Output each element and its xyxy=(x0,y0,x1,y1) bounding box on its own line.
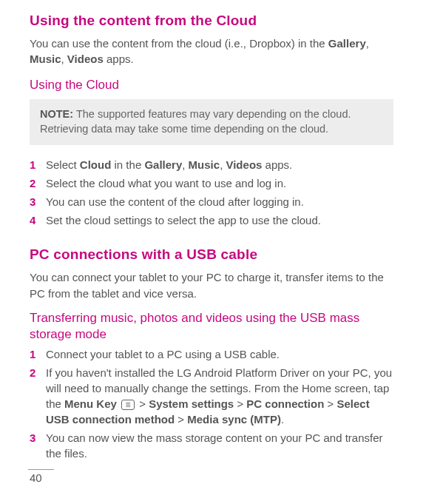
music-label: Music xyxy=(189,158,220,171)
videos-label: Videos xyxy=(226,158,262,171)
gallery-label: Gallery xyxy=(328,37,366,50)
text: Connect your tablet to a PC using a USB … xyxy=(46,348,280,360)
page-number: 40 xyxy=(30,470,42,486)
list-item: 2 If you haven't installed the LG Androi… xyxy=(30,365,393,427)
text: in the xyxy=(111,158,144,171)
intro-pc-connections: You can connect your tablet to your PC t… xyxy=(30,269,393,302)
text: , xyxy=(61,53,67,65)
list-item: 1 Connect your tablet to a PC using a US… xyxy=(30,346,393,362)
text: You can use the content from the cloud (… xyxy=(30,37,328,50)
subheading-usb-mass-storage: Transferring music, photos and videos us… xyxy=(30,310,393,343)
pc-connection-label: PC connection xyxy=(246,397,324,410)
system-settings-label: System settings xyxy=(149,397,234,410)
text: , xyxy=(182,158,188,171)
list-item: 1 Select Cloud in the Gallery, Music, Vi… xyxy=(30,157,393,172)
subheading-using-cloud: Using the Cloud xyxy=(30,76,393,95)
heading-cloud-content: Using the content from the Cloud xyxy=(30,10,393,31)
list-item: 4 Set the cloud settings to select the a… xyxy=(30,212,393,228)
text: > xyxy=(175,413,187,426)
text: You can now view the mass storage conten… xyxy=(46,431,383,460)
text: > xyxy=(136,397,149,410)
note-box: NOTE: The supported features may vary de… xyxy=(30,99,393,146)
media-sync-label: Media sync (MTP) xyxy=(187,413,281,426)
cloud-label: Cloud xyxy=(80,158,112,171)
note-label: NOTE: xyxy=(40,108,73,120)
step-number: 2 xyxy=(30,175,35,191)
note-text: The supported features may vary dependin… xyxy=(40,108,351,135)
step-number: 4 xyxy=(30,212,35,228)
text: > xyxy=(324,397,336,410)
step-number: 2 xyxy=(30,365,35,380)
gallery-label: Gallery xyxy=(144,158,182,171)
menu-key-label: Menu Key xyxy=(64,397,117,410)
text: Select the cloud what you want to use an… xyxy=(46,177,286,189)
step-number: 1 xyxy=(30,157,35,172)
list-item: 2 Select the cloud what you want to use … xyxy=(30,175,393,191)
step-number: 1 xyxy=(30,346,35,362)
text: > xyxy=(234,397,246,410)
text: apps. xyxy=(262,158,292,171)
text: . xyxy=(281,413,284,426)
heading-pc-connections: PC connections with a USB cable xyxy=(30,244,393,265)
text xyxy=(117,397,120,410)
step-number: 3 xyxy=(30,194,35,209)
intro-cloud-content: You can use the content from the cloud (… xyxy=(30,36,393,68)
text: Select xyxy=(46,158,80,171)
steps-usb: 1 Connect your tablet to a PC using a US… xyxy=(30,346,393,461)
music-label: Music xyxy=(30,53,61,65)
text: Set the cloud settings to select the app… xyxy=(46,214,321,226)
step-number: 3 xyxy=(30,430,35,446)
menu-key-icon xyxy=(121,400,135,410)
list-item: 3 You can use the content of the cloud a… xyxy=(30,194,393,209)
text: , xyxy=(366,37,369,50)
steps-cloud: 1 Select Cloud in the Gallery, Music, Vi… xyxy=(30,157,393,228)
text: apps. xyxy=(104,53,134,65)
text: You can use the content of the cloud aft… xyxy=(46,195,304,208)
videos-label: Videos xyxy=(67,53,104,65)
list-item: 3 You can now view the mass storage cont… xyxy=(30,430,393,461)
